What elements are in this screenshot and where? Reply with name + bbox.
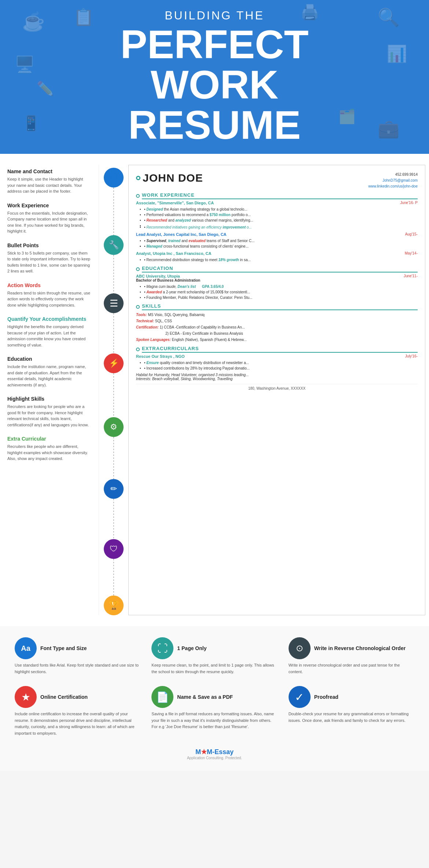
- edu-bullet-2: • Awarded a 2-year merit scholarship of …: [140, 289, 418, 295]
- sidebar-title-education: Education: [7, 356, 91, 362]
- bottom-reverse-chrono: ⊙ Write in Reverse Chronological Order W…: [289, 637, 414, 675]
- skill-certification-label: Certification:: [136, 325, 159, 329]
- sidebar-desc-bullet-points: Stick to 3 to 5 bullets per company, use…: [7, 250, 91, 274]
- track-item-bolt: ⚡: [104, 353, 124, 417]
- bottom-1page: ⛶ 1 Page Only Keep resume clean, to the …: [151, 637, 277, 675]
- bottom-row-1: Aa Font Type and Size Use standard fonts…: [15, 637, 414, 675]
- proofread-desc: Double-check your resume for any grammat…: [289, 711, 414, 724]
- job-3-bullets: • Recommended distribution strategy to m…: [140, 257, 418, 263]
- shield-icon: 🛡: [104, 539, 124, 559]
- sidebar-desc-name-contact: Keep it simple, use the Header to highli…: [7, 176, 91, 194]
- 1page-desc: Keep resume clean, to the point, and lim…: [151, 662, 277, 675]
- job-1-bullets: • Designed the Asian marketing strategy …: [140, 207, 418, 223]
- header-building-text: BUILDING THE: [165, 9, 264, 22]
- sidebar-section-name-contact: Name and Contact Keep it simple, use the…: [7, 168, 91, 194]
- font-type-desc: Use standard fonts like Arial. Keep font…: [15, 662, 140, 675]
- person-icon: 👤: [104, 168, 124, 188]
- sidebar-section-highlight-skills: Highlight Skills Recruiters are looking …: [7, 396, 91, 428]
- bottom-section: Aa Font Type and Size Use standard fonts…: [0, 626, 429, 771]
- resume-header: JOHN DOE 452.699.9914 JohnD75@gmail.com …: [136, 172, 418, 189]
- work-experience-title: WORK EXPERIENCE: [142, 192, 418, 199]
- extra-bullets: • Ensure quality creation and timely dis…: [140, 360, 418, 371]
- job-2-bullets: • Supervised, trained and evaluated team…: [140, 238, 418, 249]
- edu-bullet-1: • Magna cum laude, Dean's list GPA 3.65/…: [140, 284, 418, 289]
- track-item-person: 👤: [104, 168, 124, 235]
- extracurriculars-content: Rescue Our Strays , NGO July'16- • Ensur…: [136, 354, 418, 381]
- extra-bullet-2: • Increased contributions by 28% by intr…: [140, 366, 418, 371]
- bottom-row-2: ★ Online Certification Include online ce…: [15, 686, 414, 737]
- sidebar-desc-quantify: Highlight the benefits the company deriv…: [7, 324, 91, 348]
- bottom-1page-header: ⛶ 1 Page Only: [151, 637, 206, 659]
- name-dot: [136, 176, 140, 180]
- extracurriculars-header: EXTRACURRICULARS: [136, 346, 418, 353]
- skill-certification-2: 2) ECBA - Entry Certificate in Business …: [136, 330, 418, 337]
- cert-title: Online Certification: [40, 694, 88, 700]
- job-2-title: Lead Analyst, Jones Capital Inc, San Die…: [136, 232, 227, 237]
- header-resume-text: RESUME: [128, 105, 301, 145]
- resume-name: JOHN DOE: [143, 172, 203, 184]
- skills-dot: [136, 305, 140, 309]
- page-icon: ⛶: [151, 637, 173, 659]
- job-3-title: Analyst, Utopia Inc , San Francisco, CA: [136, 251, 211, 256]
- extra-line-2: Interests: Beach volleyball, Skiing, Woo…: [136, 377, 418, 381]
- skills-content: Tools: MS Visio, SQL Querying, Balsamiq …: [136, 312, 418, 343]
- trophy-icon: 🏆: [104, 596, 124, 615]
- bottom-proofread: ✓ Proofread Double-check your resume for…: [289, 686, 414, 737]
- sidebar-section-extra-curricular: Extra Curricular Recruiters like people …: [7, 436, 91, 462]
- font-icon: Aa: [15, 637, 37, 659]
- header-work-text: WORK: [151, 64, 278, 105]
- job-1-date: June'16- P: [400, 201, 418, 205]
- middle-section: Name and Contact Keep it simple, use the…: [0, 154, 429, 626]
- sidebar-section-bullet-points: Bullet Points Stick to 3 to 5 bullets pe…: [7, 242, 91, 274]
- sidebar-title-extra-curricular: Extra Curricular: [7, 436, 91, 442]
- proofread-icon: ✓: [289, 686, 311, 708]
- job-1-bullet-1: • Designed the Asian marketing strategy …: [140, 207, 418, 212]
- pdf-title: Name & Save as a PDF: [177, 694, 233, 700]
- job-3-bullet-1: • Recommended distribution strategy to m…: [140, 257, 418, 263]
- job-1-bullet-5: • Recommended initiatives gaining an eff…: [140, 225, 418, 230]
- cert-icon: ★: [15, 686, 37, 708]
- track-item-list: ☰: [104, 293, 124, 353]
- bottom-pdf-header: 📄 Name & Save as a PDF: [151, 686, 233, 708]
- education-degree: Bachelor of Business Administration: [136, 278, 418, 282]
- bottom-font-type: Aa Font Type and Size Use standard fonts…: [15, 637, 140, 675]
- skills-title: SKILLS: [142, 303, 418, 310]
- footer-tagline: Application Consulting. Protected.: [15, 756, 414, 760]
- resume-address: 180, Washington Avenue, XXXXXX: [136, 384, 418, 390]
- chrono-desc: Write in reverse chronological order and…: [289, 662, 414, 675]
- job-1-bullets-2: • Recommended initiatives gaining an eff…: [140, 225, 418, 230]
- track-item-shield: 🛡: [104, 539, 124, 596]
- education-bullets: • Magna cum laude, Dean's list GPA 3.65/…: [140, 284, 418, 300]
- education-title: EDUCATION: [142, 266, 418, 272]
- bolt-icon: ⚡: [104, 353, 124, 373]
- education-header: EDUCATION: [136, 266, 418, 272]
- job-2: Lead Analyst, Jones Capital Inc, San Die…: [136, 232, 418, 249]
- sidebar: Name and Contact Keep it simple, use the…: [0, 165, 99, 615]
- education-dot: [136, 267, 140, 271]
- track-item-pencil: ✏: [104, 479, 124, 539]
- header-perfect-text: PERFECT: [120, 24, 308, 64]
- header: ☕ 📋 🖨️ 🔍 🖥️ ✏️ 📱 📊 💼 🗂️ BUILDING THE PER…: [0, 0, 429, 154]
- job-1: Associate, "Simmerville", San Diego, CA …: [136, 201, 418, 230]
- job-1-bullet-2: • Performed valuations to recommend a $7…: [140, 212, 418, 218]
- job-2-bullet-1: • Supervised, trained and evaluated team…: [140, 238, 418, 244]
- bottom-save-pdf: 📄 Name & Save as a PDF Saving a file in …: [151, 686, 277, 737]
- sidebar-title-quantify: Quantify Your Accomplishments: [7, 316, 91, 322]
- track-item-wrench: 🔧: [104, 235, 124, 293]
- sidebar-title-action-words: Action Words: [7, 282, 91, 288]
- job-3-header: Analyst, Utopia Inc , San Francisco, CA …: [136, 251, 418, 256]
- extra-bullet-1: • Ensure quality creation and timely dis…: [140, 360, 418, 366]
- job-1-title: Associate, "Simmerville", San Diego, CA: [136, 201, 214, 205]
- job-3: Analyst, Utopia Inc , San Francisco, CA …: [136, 251, 418, 263]
- sidebar-section-education: Education Include the institution name, …: [7, 356, 91, 388]
- work-experience-header: WORK EXPERIENCE: [136, 192, 418, 199]
- education-details: ABC University, Utopia June'11- Bachelor…: [136, 274, 418, 300]
- work-exp-dot: [136, 194, 140, 198]
- sidebar-desc-education: Include the institution name, program na…: [7, 364, 91, 388]
- bottom-proofread-header: ✓ Proofread: [289, 686, 338, 708]
- chrono-title: Write in Reverse Chronological Order: [314, 645, 406, 651]
- pencil-icon: ✏: [104, 479, 124, 499]
- job-1-header: Associate, "Simmerville", San Diego, CA …: [136, 201, 418, 205]
- extracurriculars-title: EXTRACURRICULARS: [142, 346, 418, 353]
- list-icon: ☰: [104, 293, 124, 313]
